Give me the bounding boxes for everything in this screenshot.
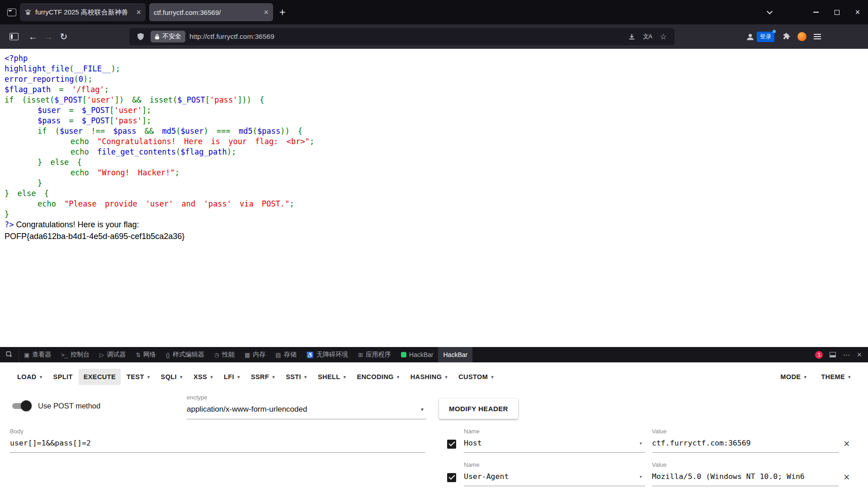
devtools-tab-label: 应用程序 xyxy=(366,351,391,359)
code-token: $_POST xyxy=(82,116,109,125)
translate-icon[interactable]: 文A xyxy=(642,33,653,41)
code-token: $user xyxy=(38,106,61,115)
hackbar-menu-theme[interactable]: THEME▾ xyxy=(816,369,856,385)
devtools-menu-icon[interactable]: ⋯ xyxy=(843,351,850,359)
devtools-tab-调试器[interactable]: ▷调试器 xyxy=(94,347,131,362)
code-token: <?php xyxy=(5,54,28,63)
hackbar-menu-ssrf[interactable]: SSRF▾ xyxy=(246,369,280,385)
extension-orange-icon[interactable] xyxy=(794,29,810,44)
hackbar-menu-shell[interactable]: SHELL▾ xyxy=(313,369,351,385)
browser-tab-furryctf[interactable]: furryCTF 2025 高校联合新神兽 × xyxy=(20,3,146,21)
hackbar-menu-lfi[interactable]: LFI▾ xyxy=(219,369,245,385)
bookmark-star-icon[interactable]: ☆ xyxy=(657,32,669,42)
devtools-tab-性能[interactable]: ◷性能 xyxy=(209,347,240,362)
new-tab-button[interactable]: + xyxy=(279,6,285,19)
code-token: "Congratulations! Here is your flag: <br… xyxy=(97,137,310,146)
header-name-select[interactable]: Host ▾ xyxy=(464,439,645,453)
code-token: echo xyxy=(5,168,97,177)
debugger-icon: ▷ xyxy=(99,352,104,358)
menu-label: XSS xyxy=(193,373,207,380)
styles-icon: {} xyxy=(166,352,170,358)
forward-icon[interactable]: → xyxy=(41,29,56,44)
back-icon[interactable]: ← xyxy=(25,29,41,44)
inspector-icon: ▣ xyxy=(24,352,29,358)
list-all-tabs-chevron-icon[interactable] xyxy=(760,11,778,14)
enctype-select[interactable]: application/x-www-form-urlencoded ▾ xyxy=(187,405,426,419)
code-token: ]) && isset( xyxy=(114,95,177,104)
menu-label: TEST xyxy=(127,373,144,380)
code-token: ]; xyxy=(142,106,151,115)
devtools-tab-查看器[interactable]: ▣查看器 xyxy=(19,347,56,362)
modify-header-button[interactable]: MODIFY HEADER xyxy=(439,399,518,419)
firefox-view-icon[interactable] xyxy=(7,9,16,16)
security-chip[interactable]: 不安全 xyxy=(151,31,185,42)
tab-close-icon[interactable]: × xyxy=(264,8,269,17)
header-enabled-checkbox[interactable] xyxy=(447,440,456,449)
devtools-toolbar-right: 1 ⋯ × xyxy=(815,347,868,362)
devtools-tab-内存[interactable]: ▦内存 xyxy=(240,347,270,362)
code-token: [ xyxy=(109,106,114,115)
devtools-tab-应用程序[interactable]: ⊞应用程序 xyxy=(353,347,396,362)
devtools-tab-存储[interactable]: ▤存储 xyxy=(270,347,301,362)
tab-close-icon[interactable]: × xyxy=(136,8,141,17)
code-token: $_POST xyxy=(54,95,82,104)
url-text[interactable]: http://ctf.furryctf.com:36569 xyxy=(189,33,622,41)
notification-dot xyxy=(773,30,776,33)
hackbar-menu-load[interactable]: LOAD▾ xyxy=(12,369,47,385)
hackbar-menu-custom[interactable]: CUSTOM▾ xyxy=(453,369,499,385)
browser-tab-ctf-active[interactable]: ctf.furryctf.com:36569/ × xyxy=(149,3,273,21)
header-value-text: Mozilla/5.0 (Windows NT 10.0; Win6 xyxy=(652,472,805,481)
shield-icon[interactable] xyxy=(135,33,146,41)
remove-header-icon[interactable]: × xyxy=(844,471,849,483)
account-button[interactable]: 登录 xyxy=(746,32,774,42)
menu-hamburger-icon[interactable] xyxy=(810,29,825,44)
menu-label: SSTI xyxy=(286,373,301,380)
code-token: ( xyxy=(74,75,79,84)
minimize-button[interactable] xyxy=(806,0,826,24)
devtools-tab-样式编辑器[interactable]: {}样式编辑器 xyxy=(161,347,209,362)
code-token: "Wrong! Hacker!" xyxy=(97,168,175,177)
devtools-tab-HackBar[interactable]: HackBar xyxy=(438,347,472,362)
login-badge[interactable]: 登录 xyxy=(757,32,774,42)
maximize-button[interactable] xyxy=(826,0,847,24)
hackbar-menu-execute[interactable]: EXECUTE xyxy=(79,369,121,385)
menu-label: THEME xyxy=(821,373,845,380)
menu-label: SQLI xyxy=(161,373,177,380)
hackbar-menu-test[interactable]: TEST▾ xyxy=(122,369,155,385)
header-enabled-checkbox[interactable] xyxy=(447,473,456,482)
code-token: ); xyxy=(111,64,120,73)
code-token: $flag_path xyxy=(5,85,51,94)
header-value-input[interactable]: Mozilla/5.0 (Windows NT 10.0; Win6 xyxy=(652,472,839,486)
code-line: } else { xyxy=(5,188,868,199)
element-picker-icon[interactable] xyxy=(0,347,19,362)
hackbar-menu-ssti[interactable]: SSTI▾ xyxy=(281,369,312,385)
header-name-select[interactable]: User-Agent ▾ xyxy=(464,472,645,486)
post-method-toggle[interactable] xyxy=(10,399,32,412)
remove-header-icon[interactable]: × xyxy=(844,438,849,450)
reload-icon[interactable]: ↻ xyxy=(56,29,71,44)
url-bar[interactable]: 不安全 http://ctf.furryctf.com:36569 文A ☆ xyxy=(129,28,675,45)
devtools-close-icon[interactable]: × xyxy=(857,350,862,360)
hackbar-menu-split[interactable]: SPLIT xyxy=(48,369,78,385)
hackbar-menu-encoding[interactable]: ENCODING▾ xyxy=(352,369,404,385)
devtools-tab-网络[interactable]: ⇅网络 xyxy=(131,347,161,362)
hackbar-menu-xss[interactable]: XSS▾ xyxy=(189,369,218,385)
devtools-tab-无障碍环境[interactable]: ♿无障碍环境 xyxy=(302,347,353,362)
hackbar-menu-mode[interactable]: MODE▾ xyxy=(775,369,811,385)
extensions-puzzle-icon[interactable] xyxy=(779,29,794,44)
split-console-icon[interactable] xyxy=(830,352,836,357)
error-count-badge[interactable]: 1 xyxy=(815,351,823,359)
hackbar-menu-hashing[interactable]: HASHING▾ xyxy=(406,369,453,385)
code-token xyxy=(5,116,38,125)
close-window-button[interactable]: × xyxy=(847,0,868,24)
code-token: 0 xyxy=(79,75,83,84)
devtools-tab-控制台[interactable]: >_控制台 xyxy=(56,347,94,362)
devtools-tab-label: 查看器 xyxy=(32,351,51,359)
tab-title: ctf.furryctf.com:36569/ xyxy=(154,9,260,16)
hackbar-icon xyxy=(401,352,406,357)
sidebar-window-icon[interactable] xyxy=(6,29,22,44)
devtools-tab-HackBar[interactable]: HackBar xyxy=(396,347,439,362)
header-value-input[interactable]: ctf.furryctf.com:36569 xyxy=(652,439,839,453)
save-page-icon[interactable] xyxy=(626,33,637,41)
hackbar-menu-sqli[interactable]: SQLI▾ xyxy=(156,369,188,385)
